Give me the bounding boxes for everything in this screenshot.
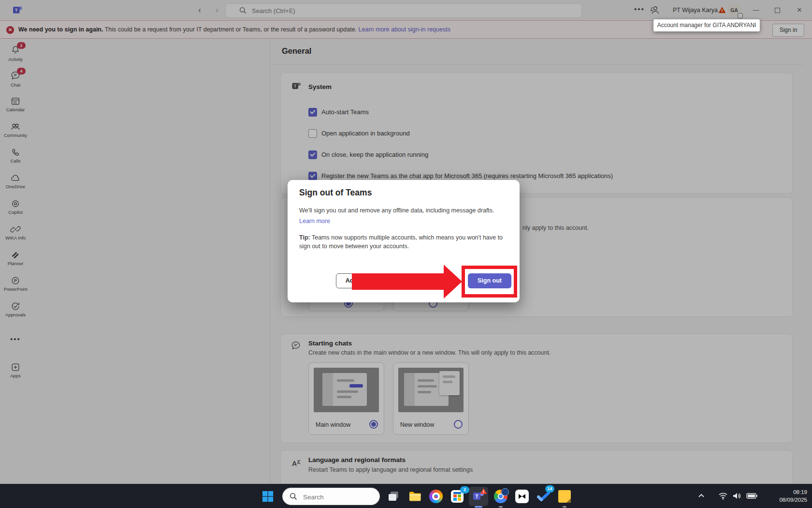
wifi-icon[interactable] [718, 492, 728, 500]
file-explorer-icon[interactable] [408, 490, 421, 503]
tip-text: Teams now supports multiple accounts, wh… [299, 234, 503, 250]
teams-window: T ‹ › ••• PT Wijaya Karya ! GA — ✕ ✕ [0, 0, 812, 508]
dialog-title: Sign out of Teams [299, 188, 372, 198]
taskbar-search-box[interactable] [282, 488, 380, 505]
sticky-running-indicator [563, 506, 566, 508]
account-manager-tooltip: Account manager for GITA ANDRYANI [653, 19, 760, 31]
tray-date: 08/09/2025 [779, 496, 807, 504]
capcut-icon[interactable] [515, 490, 529, 503]
teams-warning-badge: ! [480, 488, 487, 494]
tray-time: 08:19 [779, 488, 807, 496]
tray-chevron-icon[interactable] [697, 492, 706, 500]
svg-text:T: T [475, 494, 478, 499]
windows-taskbar: 2 T ! [0, 484, 812, 508]
tray-clock[interactable]: 08:19 08/09/2025 [779, 488, 807, 504]
tip-label: Tip: [299, 234, 310, 241]
highlight-rectangle [462, 266, 517, 298]
chrome-icon[interactable] [494, 490, 508, 503]
pointer-arrow [352, 273, 444, 290]
teams-running-indicator [475, 506, 482, 508]
sticky-notes-icon[interactable] [558, 490, 571, 503]
chrome-running-indicator [499, 506, 503, 508]
taskbar-search-input[interactable] [302, 491, 372, 503]
store-badge: 2 [460, 486, 469, 493]
dialog-tip: Tip: Teams now supports multiple account… [299, 233, 504, 251]
task-view-icon[interactable] [387, 490, 400, 503]
dialog-body: We'll sign you out and remove any offlin… [299, 207, 494, 214]
globe-overlay-icon [501, 488, 509, 496]
teams-taskbar-icon[interactable]: T ! [472, 490, 485, 503]
learn-more-link[interactable]: Learn more [299, 218, 330, 224]
svg-text:!: ! [483, 489, 484, 494]
battery-icon[interactable] [746, 492, 758, 500]
search-icon [290, 493, 297, 500]
copilot-icon[interactable] [429, 490, 443, 503]
volume-icon[interactable] [732, 492, 741, 500]
start-button-icon[interactable] [261, 490, 275, 503]
pointer-arrow-head [444, 265, 462, 299]
todo-badge: 14 [545, 485, 554, 493]
